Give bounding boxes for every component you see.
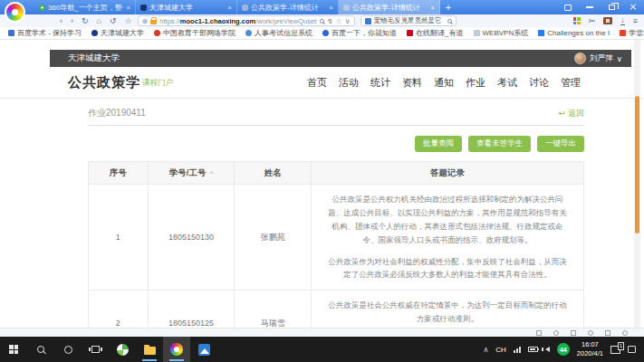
bookmark-item[interactable]: 中国教育干部网络学院 [154,28,235,38]
nav-exam[interactable]: 考试 [497,76,517,90]
antivirus-app-button[interactable] [109,337,136,362]
minimize-button[interactable] [579,0,601,14]
course-nav: 首页 活动 统计 资料 通知 作业 考试 讨论 管理 [307,76,581,90]
new-tab-button[interactable]: + [440,0,457,14]
bookmark-item[interactable]: 学堂在线 - FMGate [620,28,644,38]
cell-answer: 公共政策是社会公共权威在特定情景中，为达到一定目标而制定的行动方案或行动准则。 … [312,291,584,328]
address-bar[interactable]: ⊕ https://mooc1-1.chaoxing.com/work/preV… [138,15,355,26]
download-icon[interactable]: ↓ [620,16,625,25]
batch-review-button[interactable]: 批量查阅 [415,136,462,152]
tab-university[interactable]: 天津城建大学 × [136,0,237,14]
screenshot-scissors-icon[interactable]: ✂ [589,16,596,25]
table-header-row: 序号 学号/工号^ 姓名 答题记录 [89,162,584,185]
volume-icon[interactable] [545,347,550,352]
tray-clock[interactable]: 16:07 2020/4/1 [577,340,603,358]
window-stack-icon[interactable]: 1 [610,346,620,354]
close-button[interactable] [622,0,644,14]
browser-logo-icon[interactable] [5,2,25,23]
stack-badge: 1 [618,342,624,350]
bookmark-favicon-icon [538,30,544,36]
tab-close-icon[interactable]: × [227,4,232,12]
bookmark-star-icon[interactable]: ☆ [336,17,342,25]
browser-app-button[interactable] [163,337,190,362]
export-button[interactable]: 一键导出 [537,136,584,152]
cell-answer: 公共政策是公共权力机关经由政治过程所选择和制定的为解决公共问题、达成公共目标、以… [312,185,584,291]
network-icon[interactable] [514,347,521,353]
refresh-icon[interactable]: ↻ [82,17,89,25]
start-button[interactable] [0,337,27,362]
tab-stats-1[interactable]: 公共政策学-详情统计 × [237,0,339,14]
quick-zoom-icon[interactable] [622,330,628,336]
home-icon[interactable]: ⌂ [97,17,101,25]
bookmark-item[interactable]: 百度学术 - 保持学习 [8,28,82,38]
search-in-page-icon[interactable] [320,19,324,24]
forward-icon[interactable]: › [71,17,73,25]
taskbar-search-button[interactable] [27,337,54,362]
nav-discussion[interactable]: 讨论 [529,76,549,90]
task-view-icon [91,346,100,353]
quick-mute-icon[interactable] [588,330,593,336]
nav-activity[interactable]: 活动 [339,76,359,90]
tab-stats-active[interactable]: 公共政策学-详情统计 × [339,0,440,14]
file-explorer-button[interactable] [136,337,163,362]
bookmark-item[interactable]: Challenges on the I [538,29,610,37]
theme-skin-button[interactable] [557,0,579,14]
quick-panel-icon[interactable] [605,330,610,336]
bookmark-item[interactable]: WEBVPN系统 [474,28,529,38]
course-title: 公共政策学 [68,74,140,91]
bookmark-favicon-icon [407,30,413,36]
photos-app-button[interactable] [190,337,217,362]
user-menu[interactable]: 刘严萍 ∨ [574,52,622,64]
nav-notice[interactable]: 通知 [434,76,454,90]
quick-print-icon[interactable] [571,330,576,336]
sort-asc-icon[interactable]: ^ [209,169,213,177]
favorite-icon[interactable]: ☆ [125,17,132,25]
speed-mode-icon[interactable]: ↯ [327,17,333,25]
tab-title: 天津城建大学 [149,3,225,13]
restore-button[interactable] [601,0,622,14]
tab-360-nav[interactable]: 360导航_一个主页，整个世界 × [34,0,136,14]
menu-icon[interactable]: ≡ [633,16,638,25]
nav-manage[interactable]: 管理 [561,76,581,90]
scrollbar-thumb[interactable] [635,96,639,233]
history-icon[interactable]: ↺ [110,17,117,25]
lock-icon [150,20,157,24]
search-suggestion-text[interactable]: 宠物毛发克星竟然是它 [374,16,445,25]
bookmark-item[interactable]: 百度一下，你就知道 [322,28,397,38]
back-link[interactable]: ↩ 返回 [558,108,584,119]
folder-icon [144,347,156,355]
assignment-content: 作业20190411 ↩ 返回 批量查阅 查看未答学生 一键导出 序号 学号/工… [88,99,584,328]
nav-homework[interactable]: 作业 [466,76,485,90]
search-icon[interactable] [447,19,452,24]
nav-home[interactable]: 首页 [307,76,327,90]
quick-share-icon[interactable] [536,330,542,336]
course-portal-link[interactable]: 课程门户 [142,78,173,89]
battery-icon[interactable] [528,347,538,352]
tab-close-icon[interactable]: × [430,4,435,12]
task-view-button[interactable] [82,337,109,362]
nav-stats[interactable]: 统计 [370,76,390,90]
language-indicator[interactable]: CH [495,346,506,354]
apps-grid-icon[interactable] [573,17,581,24]
back-icon[interactable]: ‹ [60,17,62,25]
view-unanswered-button[interactable]: 查看未答学生 [468,136,531,152]
windows-taskbar: ∧ CH 44 16:07 2020/4/1 1 [0,337,644,362]
cortana-button[interactable] [54,337,82,362]
tab-close-icon[interactable]: × [329,4,333,12]
video-tool-icon[interactable] [603,17,612,24]
tray-chevron-up-icon[interactable]: ∧ [483,346,488,354]
url-text[interactable]: https://mooc1-1.chaoxing.com/work/preVie… [159,17,317,25]
url-dropdown-icon[interactable]: ∨ [345,17,351,25]
notification-center-icon[interactable] [628,346,636,353]
page-scrollbar[interactable] [634,40,640,328]
header-student-id[interactable]: 学号/工号^ [148,162,235,185]
acceleration-ball[interactable]: 44 [557,343,570,356]
bookmark-item[interactable]: 在线翻译_有道 [407,28,463,38]
quick-capture-icon[interactable] [553,330,559,336]
search-box[interactable]: 宠物毛发克星竟然是它 [360,15,457,26]
nav-materials[interactable]: 资料 [402,76,422,90]
shield-icon[interactable]: ⊕ [142,17,149,25]
tab-close-icon[interactable]: × [126,4,130,12]
bookmark-item[interactable]: 人事考试信息系统 [245,28,312,38]
bookmark-item[interactable]: 天津城建大学 [91,28,144,38]
